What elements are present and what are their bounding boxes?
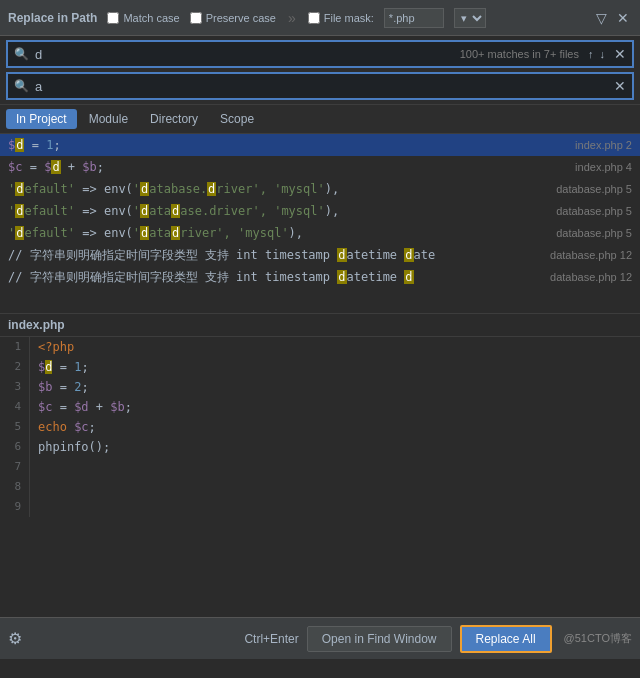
shortcut-label: Ctrl+Enter <box>244 632 298 646</box>
replace-icon: 🔍 <box>8 79 35 93</box>
result-file: database.php 5 <box>556 227 632 239</box>
code-content: $c = $d + $b; <box>38 397 132 417</box>
line-number: 4 <box>0 397 30 417</box>
code-content: $d = 1; <box>38 357 89 377</box>
settings-button[interactable]: ⚙ <box>8 629 22 648</box>
result-content: // 字符串则明确指定时间字段类型 支持 int timestamp datet… <box>8 247 542 264</box>
replace-input[interactable] <box>35 74 608 98</box>
code-line-7: 7 <box>0 457 640 477</box>
next-match-button[interactable]: ↓ <box>597 46 609 62</box>
preserve-case-checkbox[interactable] <box>190 12 202 24</box>
result-content: 'default' => env('database.driver', 'mys… <box>8 182 548 196</box>
separator: » <box>286 10 298 26</box>
preserve-case-checkbox-label[interactable]: Preserve case <box>190 12 276 24</box>
results-list[interactable]: $d = 1; index.php 2 $c = $d + $b; index.… <box>0 134 640 314</box>
result-content: 'default' => env('datadase.driver', 'mys… <box>8 204 548 218</box>
table-row[interactable]: 'default' => env('datadriver', 'mysql'),… <box>0 222 640 244</box>
code-line-8: 8 <box>0 477 640 497</box>
file-section-filename: index.php <box>8 318 65 332</box>
replace-all-button[interactable]: Replace All <box>460 625 552 653</box>
table-row[interactable]: // 字符串则明确指定时间字段类型 支持 int timestamp datet… <box>0 244 640 266</box>
settings-icon: ⚙ <box>8 630 22 647</box>
line-number: 2 <box>0 357 30 377</box>
line-number: 9 <box>0 497 30 517</box>
code-content: phpinfo(); <box>38 437 110 457</box>
file-mask-checkbox[interactable] <box>308 12 320 24</box>
find-icon: 🔍 <box>8 47 35 61</box>
code-view[interactable]: 1 <?php 2 $d = 1; 3 $b = 2; 4 $c = $d + … <box>0 337 640 617</box>
find-row: 🔍 100+ matches in 7+ files ↑ ↓ ✕ <box>6 40 634 68</box>
code-content: <?php <box>38 337 74 357</box>
tab-scope[interactable]: Scope <box>210 109 264 129</box>
result-file: database.php 12 <box>550 249 632 261</box>
line-number: 6 <box>0 437 30 457</box>
line-number: 7 <box>0 457 30 477</box>
result-file: database.php 5 <box>556 205 632 217</box>
code-line-2: 2 $d = 1; <box>0 357 640 377</box>
match-case-label: Match case <box>123 12 179 24</box>
result-file: index.php 2 <box>575 139 632 151</box>
code-line-9: 9 <box>0 497 640 517</box>
code-line-6: 6 phpinfo(); <box>0 437 640 457</box>
table-row[interactable]: 'default' => env('datadase.driver', 'mys… <box>0 200 640 222</box>
table-row[interactable]: 'default' => env('database.driver', 'mys… <box>0 178 640 200</box>
scope-tabs: In Project Module Directory Scope <box>0 105 640 134</box>
toolbar-title: Replace in Path <box>8 11 97 25</box>
replace-clear-button[interactable]: ✕ <box>608 78 632 94</box>
tab-module[interactable]: Module <box>79 109 138 129</box>
code-content: $b = 2; <box>38 377 89 397</box>
match-count: 100+ matches in 7+ files <box>454 48 585 60</box>
tab-in-project[interactable]: In Project <box>6 109 77 129</box>
result-file: database.php 12 <box>550 271 632 283</box>
result-file: index.php 4 <box>575 161 632 173</box>
open-in-find-window-button[interactable]: Open in Find Window <box>307 626 452 652</box>
toolbar: Replace in Path Match case Preserve case… <box>0 0 640 36</box>
preserve-case-label: Preserve case <box>206 12 276 24</box>
line-number: 3 <box>0 377 30 397</box>
watermark-label: @51CTO博客 <box>564 631 632 646</box>
match-case-checkbox-label[interactable]: Match case <box>107 12 179 24</box>
result-content: $d = 1; <box>8 138 567 152</box>
table-row[interactable]: $d = 1; index.php 2 <box>0 134 640 156</box>
tab-directory[interactable]: Directory <box>140 109 208 129</box>
result-content: // 字符串则明确指定时间字段类型 支持 int timestamp datet… <box>8 269 542 286</box>
result-content: 'default' => env('datadriver', 'mysql'), <box>8 226 548 240</box>
file-mask-label: File mask: <box>324 12 374 24</box>
filter-icon-button[interactable]: ▽ <box>593 9 610 27</box>
file-section-header: index.php <box>0 314 640 337</box>
line-number: 5 <box>0 417 30 437</box>
prev-match-button[interactable]: ↑ <box>585 46 597 62</box>
code-content: echo $c; <box>38 417 96 437</box>
result-file: database.php 5 <box>556 183 632 195</box>
find-clear-button[interactable]: ✕ <box>608 46 632 62</box>
bottom-bar: ⚙ Ctrl+Enter Open in Find Window Replace… <box>0 617 640 659</box>
line-number: 8 <box>0 477 30 497</box>
table-row[interactable]: // 字符串则明确指定时间字段类型 支持 int timestamp datet… <box>0 266 640 288</box>
match-case-checkbox[interactable] <box>107 12 119 24</box>
code-line-4: 4 $c = $d + $b; <box>0 397 640 417</box>
code-line-5: 5 echo $c; <box>0 417 640 437</box>
file-mask-input[interactable] <box>384 8 444 28</box>
table-row[interactable]: $c = $d + $b; index.php 4 <box>0 156 640 178</box>
search-area: 🔍 100+ matches in 7+ files ↑ ↓ ✕ 🔍 ✕ <box>0 40 640 105</box>
replace-row: 🔍 ✕ <box>6 72 634 100</box>
find-input[interactable] <box>35 42 454 66</box>
close-icon-button[interactable]: ✕ <box>614 9 632 27</box>
toolbar-icons: ▽ ✕ <box>593 9 632 27</box>
code-line-3: 3 $b = 2; <box>0 377 640 397</box>
result-content: $c = $d + $b; <box>8 160 567 174</box>
line-number: 1 <box>0 337 30 357</box>
file-mask-dropdown[interactable]: ▾ <box>454 8 486 28</box>
file-mask-checkbox-label[interactable]: File mask: <box>308 12 374 24</box>
code-line-1: 1 <?php <box>0 337 640 357</box>
